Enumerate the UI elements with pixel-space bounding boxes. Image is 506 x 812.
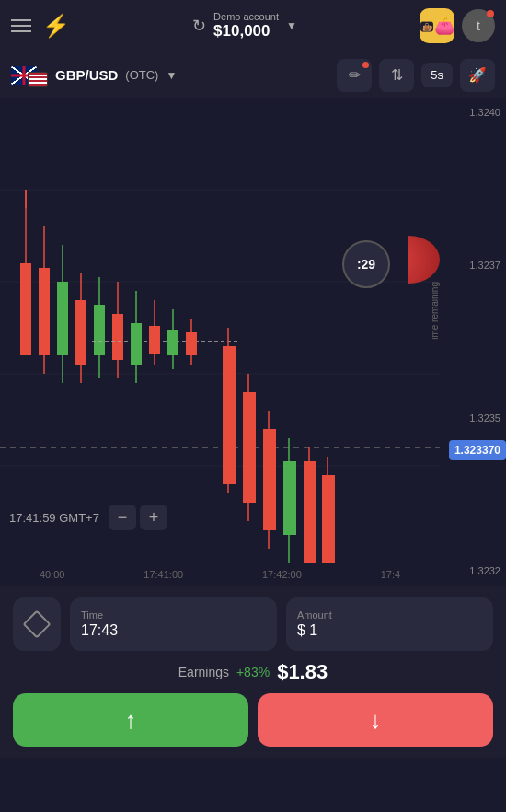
earnings-percent: +83% — [236, 665, 270, 679]
time-tick-3: 17:42:00 — [262, 569, 302, 580]
instrument-bar: GBP/USD (OTC) ▼ ✏ ⇅ 5s 🚀 — [0, 52, 506, 98]
indicators-icon: ⇅ — [391, 66, 403, 84]
draw-tool-button[interactable]: ✏ — [337, 59, 372, 92]
timer-circle: :29 — [342, 240, 390, 288]
header-center: ↻ Demo account $10,000 ▼ — [192, 11, 297, 41]
header-right: 👜 👛 t — [420, 8, 495, 43]
diamond-icon — [22, 609, 51, 638]
time-axis: 40:00 17:41:00 17:42:00 17:4 — [0, 563, 440, 586]
up-arrow-icon: ↑ — [125, 706, 137, 735]
time-remaining-label: Time remaining — [430, 282, 440, 345]
amount-input-value: $ 1 — [297, 622, 482, 639]
svg-rect-29 — [167, 330, 178, 355]
chart-bottom-bar: 17:41:59 GMT+7 − + — [9, 505, 167, 530]
demo-amount: $10,000 — [213, 22, 270, 41]
time-tick-1: 40:00 — [40, 569, 65, 580]
timeframe-selector[interactable]: 5s — [421, 63, 453, 87]
price-label-4: 1.3232 — [440, 565, 506, 576]
draw-icon: ✏ — [349, 66, 361, 84]
instrument-tools: ✏ ⇅ 5s 🚀 — [337, 59, 495, 92]
price-semicircle-inner — [408, 236, 440, 284]
price-axis: 1.3240 1.3237 1.3235 1.3232 — [440, 98, 506, 586]
time-input-group[interactable]: Time 17:43 — [70, 597, 277, 651]
chart-area: 1.3240 1.3237 1.3235 1.3232 — [0, 98, 506, 586]
rocket-icon: 🚀 — [468, 66, 487, 84]
time-tick-4: 17:4 — [381, 569, 400, 580]
time-remaining-text: Time remaining — [430, 282, 440, 345]
down-arrow-icon: ↓ — [370, 706, 382, 735]
refresh-icon[interactable]: ↻ — [192, 16, 206, 36]
buy-down-button[interactable]: ↓ — [258, 693, 493, 747]
svg-rect-43 — [322, 475, 335, 567]
svg-rect-33 — [223, 346, 236, 484]
zoom-out-button[interactable]: − — [109, 505, 136, 530]
avatar-button[interactable]: t — [462, 9, 495, 42]
wallet-icon-glyph: 👛 — [434, 16, 454, 36]
trade-buttons: ↑ ↓ — [13, 693, 493, 747]
svg-rect-25 — [131, 323, 142, 365]
notification-dot — [487, 10, 494, 17]
price-label-1: 1.3240 — [440, 107, 506, 118]
earnings-label: Earnings +83% — [178, 665, 270, 679]
favorites-button[interactable] — [13, 597, 61, 651]
amount-input-group[interactable]: Amount $ 1 — [286, 597, 493, 651]
price-label-2: 1.3237 — [440, 260, 506, 271]
svg-rect-35 — [243, 392, 256, 503]
wallet-icon: 👜 — [420, 17, 434, 35]
buy-up-button[interactable]: ↑ — [13, 693, 248, 747]
time-input-label: Time — [81, 609, 266, 621]
zoom-controls: − + — [109, 505, 167, 530]
trade-controls: Time 17:43 Amount $ 1 — [13, 597, 493, 651]
svg-rect-39 — [283, 461, 296, 535]
price-semicircle — [408, 236, 440, 284]
demo-account: Demo account $10,000 — [213, 11, 279, 41]
timer-value: :29 — [357, 257, 375, 272]
rocket-tool-button[interactable]: 🚀 — [460, 59, 495, 92]
demo-label: Demo account — [213, 11, 279, 22]
svg-rect-37 — [263, 429, 276, 530]
svg-rect-18 — [75, 300, 86, 365]
svg-rect-41 — [304, 461, 316, 572]
svg-rect-14 — [39, 268, 50, 355]
price-label-3: 1.3235 — [440, 412, 506, 423]
zoom-in-button[interactable]: + — [140, 505, 167, 530]
header-left: ⚡ — [11, 13, 70, 39]
time-input-value: 17:43 — [81, 622, 266, 639]
instrument-selector[interactable]: GBP/USD (OTC) ▼ — [11, 64, 177, 87]
otc-badge: (OTC) — [125, 68, 158, 82]
avatar-label: t — [477, 18, 480, 33]
draw-tool-badge — [362, 62, 369, 68]
time-tick-2: 17:41:00 — [144, 569, 183, 580]
svg-rect-22 — [112, 314, 123, 360]
current-price-value: 1.323370 — [454, 444, 500, 457]
menu-button[interactable] — [11, 19, 31, 32]
svg-rect-16 — [57, 282, 68, 355]
svg-rect-20 — [94, 305, 105, 355]
instrument-name: GBP/USD — [55, 67, 118, 83]
earnings-amount: $1.83 — [277, 660, 328, 684]
svg-rect-27 — [149, 326, 160, 354]
chart-timestamp: 17:41:59 GMT+7 — [9, 511, 99, 525]
svg-text:👜: 👜 — [422, 22, 431, 31]
indicators-tool-button[interactable]: ⇅ — [379, 59, 414, 92]
wallet-button[interactable]: 👜 👛 — [420, 8, 454, 43]
amount-input-label: Amount — [297, 609, 482, 621]
current-price-tag: 1.323370 — [449, 440, 506, 460]
logo-icon: ⚡ — [42, 13, 70, 39]
svg-rect-11 — [20, 263, 31, 355]
bottom-panel: Time 17:43 Amount $ 1 Earnings +83% $1.8… — [0, 586, 506, 758]
account-dropdown-button[interactable]: ▼ — [286, 19, 297, 32]
earnings-row: Earnings +83% $1.83 — [13, 660, 493, 684]
currency-flags — [11, 64, 48, 87]
instrument-dropdown-icon: ▼ — [166, 69, 177, 82]
svg-rect-31 — [186, 332, 197, 355]
header: ⚡ ↻ Demo account $10,000 ▼ 👜 👛 t — [0, 0, 506, 52]
